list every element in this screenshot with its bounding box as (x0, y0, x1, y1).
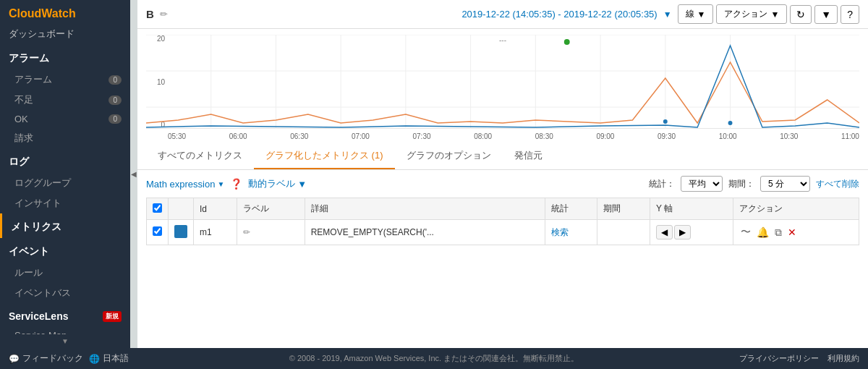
row-label-edit-icon[interactable]: ✏ (243, 227, 250, 237)
sidebar-item-alarm-header: アラーム (0, 45, 130, 69)
footer-copyright: © 2008 - 2019, Amazon Web Services, Inc.… (137, 353, 731, 364)
table-header-id: Id (194, 198, 237, 220)
sidebar-scroll-down[interactable]: ▼ (0, 334, 130, 348)
delete-all-btn[interactable]: すべて削除 (816, 178, 859, 190)
privacy-link[interactable]: プライバシーポリシー (739, 353, 819, 364)
actions-dropdown-icon: ▼ (770, 9, 779, 20)
refresh-dropdown-btn[interactable]: ▼ (814, 5, 838, 24)
row-copy-icon[interactable]: ⧉ (773, 225, 783, 240)
time-range-dropdown-icon[interactable]: ▼ (663, 9, 672, 20)
svg-point-16 (564, 39, 570, 45)
chart-svg[interactable] (146, 35, 859, 129)
sidebar-item-billing[interactable]: 請求 (0, 128, 130, 148)
alarm-badge: 0 (109, 75, 122, 85)
service-lens-badge: 新規 (103, 311, 122, 322)
sidebar-item-service-lens[interactable]: ServiceLens 新規 (0, 303, 130, 326)
sidebar-item-events: イベント (0, 238, 130, 263)
top-bar-actions: 線 ▼ アクション ▼ ↻ ▼ ? (678, 4, 859, 24)
table-header-label: ラベル (237, 198, 305, 220)
y-axis-prev-btn[interactable]: ◀ (656, 225, 673, 239)
table-header-period: 期間 (597, 198, 650, 220)
x-axis: 05:30 06:00 06:30 07:00 07:30 08:00 08:3… (168, 131, 859, 140)
row-actions: 〜 🔔 ⧉ ✕ (739, 224, 853, 240)
top-bar: B ✏ 2019-12-22 (14:05:35) - 2019-12-22 (… (137, 0, 868, 29)
math-expression-dropdown-icon: ▼ (217, 180, 224, 188)
sidebar-item-metrics[interactable]: メトリクス (0, 213, 130, 238)
svg-point-14 (663, 119, 668, 124)
sidebar-item-logs-header: ログ (0, 148, 130, 173)
table-header-y-axis: Y 軸 (650, 198, 733, 220)
sidebar-item-alarm[interactable]: アラーム 0 (0, 69, 130, 90)
chart-type-dropdown-icon: ▼ (697, 9, 706, 20)
feedback-icon: 💬 (9, 354, 20, 364)
ok-badge: 0 (109, 114, 122, 124)
row-alarm-icon[interactable]: 🔔 (755, 225, 770, 239)
metrics-table: Id ラベル 詳細 統計 期間 Y 軸 アクション (146, 198, 859, 245)
math-expression-btn[interactable]: Math expression ▼ (146, 179, 224, 190)
table-row: m1 ✏ REMOVE_EMPTY(SEARCH('... 検索 ◀ (147, 220, 859, 245)
footer: 💬 フィードバック 🌐 日本語 © 2008 - 2019, Amazon We… (0, 348, 868, 369)
help-btn[interactable]: ? (841, 5, 859, 24)
sidebar-collapse-btn[interactable]: ◀ (130, 0, 137, 348)
main-content: B ✏ 2019-12-22 (14:05:35) - 2019-12-22 (… (137, 0, 868, 348)
insufficient-badge: 0 (109, 96, 122, 105)
chart-type-btn[interactable]: 線 ▼ (678, 4, 714, 24)
row-actions-cell: 〜 🔔 ⧉ ✕ (733, 220, 859, 245)
chart-area: 20 10 0 --- (137, 29, 868, 143)
row-stat-cell: 検索 (545, 220, 597, 245)
row-id-cell: m1 (194, 220, 237, 245)
tab-graphed-metrics[interactable]: グラフ化したメトリクス (1) (254, 143, 395, 169)
stat-select[interactable]: 平均 最大 最小 合計 (681, 176, 723, 192)
table-header-detail: 詳細 (305, 198, 545, 220)
select-all-checkbox[interactable] (153, 203, 162, 213)
math-expression-help-icon[interactable]: ❓ (230, 178, 242, 190)
dynamic-label-btn[interactable]: 動的ラベル ▼ (248, 177, 307, 190)
table-header-actions: アクション (733, 198, 859, 220)
tab-all-metrics[interactable]: すべてのメトリクス (146, 143, 254, 169)
tab-graph-options[interactable]: グラフのオプション (395, 143, 503, 169)
sidebar-item-insights[interactable]: インサイト (0, 193, 130, 213)
row-checkbox-cell (147, 220, 169, 245)
feedback-btn[interactable]: 💬 フィードバック (9, 352, 83, 365)
sidebar-item-event-bus[interactable]: イベントバス (0, 283, 130, 303)
toolbar-right: 統計： 平均 最大 最小 合計 期間： 5 分 1 分 15 分 1 時間 すべ (649, 176, 859, 192)
sidebar-item-rules[interactable]: ルール (0, 263, 130, 283)
actions-btn[interactable]: アクション ▼ (716, 4, 787, 24)
table-header-select-all (147, 198, 169, 220)
svg-point-15 (728, 121, 733, 125)
table-header-row: Id ラベル 詳細 統計 期間 Y 軸 アクション (147, 198, 859, 220)
page-title: B (146, 8, 154, 20)
footer-right: プライバシーポリシー 利用規約 (739, 353, 859, 364)
globe-icon: 🌐 (89, 354, 100, 364)
refresh-btn[interactable]: ↻ (790, 5, 812, 24)
sidebar-item-dashboard[interactable]: ダッシュボード (0, 23, 130, 45)
footer-left: 💬 フィードバック 🌐 日本語 (9, 352, 129, 365)
language-btn[interactable]: 🌐 日本語 (89, 352, 129, 365)
row-stat-search-link[interactable]: 検索 (551, 227, 569, 237)
sidebar-brand: CloudWatch (0, 0, 130, 23)
row-period-cell (597, 220, 650, 245)
row-line-icon[interactable]: 〜 (739, 224, 752, 240)
sidebar-item-ok[interactable]: OK 0 (0, 110, 130, 128)
y-axis-next-btn[interactable]: ▶ (674, 225, 691, 239)
table-header-color (169, 198, 194, 220)
tabs-bar: すべてのメトリクス グラフ化したメトリクス (1) グラフのオプション 発信元 (137, 143, 868, 170)
metrics-area: Math expression ▼ ❓ 動的ラベル ▼ 統計： 平均 最大 最小… (137, 170, 868, 348)
color-swatch[interactable] (174, 225, 187, 238)
sidebar-item-service-map[interactable]: Service Map (0, 326, 130, 334)
row-checkbox[interactable] (153, 226, 162, 236)
sidebar-item-insufficient[interactable]: 不足 0 (0, 90, 130, 110)
edit-title-icon[interactable]: ✏ (160, 9, 168, 20)
row-delete-icon[interactable]: ✕ (786, 225, 798, 239)
row-y-axis-cell: ◀ ▶ (650, 220, 733, 245)
sidebar-item-log-groups[interactable]: ロググループ (0, 173, 130, 193)
tab-source[interactable]: 発信元 (503, 143, 554, 169)
row-detail-cell: REMOVE_EMPTY(SEARCH('... (305, 220, 545, 245)
row-color-cell (169, 220, 194, 245)
sidebar: CloudWatch ダッシュボード アラーム アラーム 0 不足 0 OK 0… (0, 0, 130, 348)
period-select[interactable]: 5 分 1 分 15 分 1 時間 (760, 176, 810, 192)
row-label-cell: ✏ (237, 220, 305, 245)
terms-link[interactable]: 利用規約 (827, 353, 859, 364)
time-range-selector[interactable]: 2019-12-22 (14:05:35) - 2019-12-22 (20:0… (461, 9, 657, 20)
table-header-stat: 統計 (545, 198, 597, 220)
